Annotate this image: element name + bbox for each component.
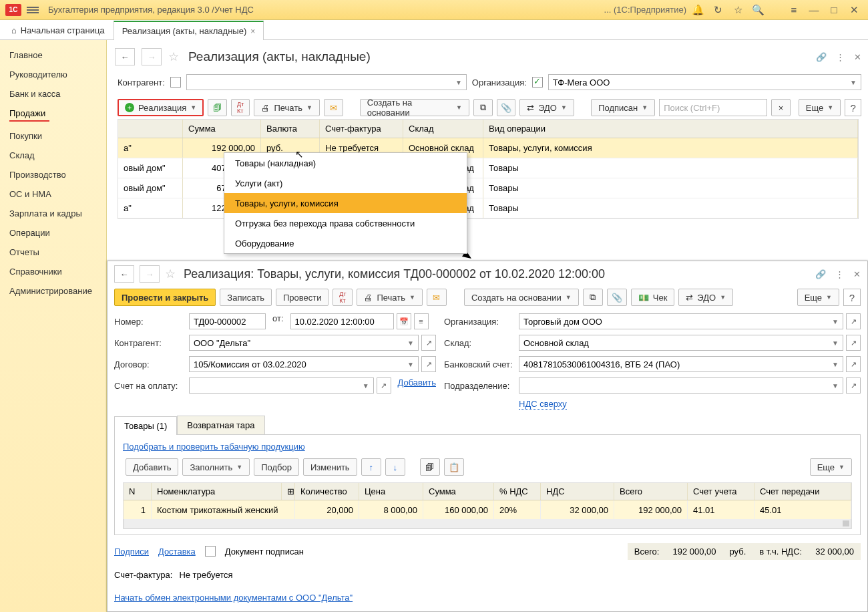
row-paste-button[interactable]: 📋 bbox=[444, 458, 464, 476]
dd-shipment[interactable]: Отгрузка без перехода права собственност… bbox=[224, 213, 467, 233]
help-button[interactable]: ? bbox=[845, 99, 861, 116]
filter-counterparty-combo[interactable]: ▼ bbox=[186, 74, 467, 90]
row-pick-button[interactable]: Подбор bbox=[254, 458, 299, 476]
nav-bank[interactable]: Банк и касса bbox=[0, 84, 106, 104]
dd-goods-invoice[interactable]: Товары (накладная) bbox=[224, 153, 467, 173]
doc-help-button[interactable]: ? bbox=[843, 289, 861, 306]
tab-home[interactable]: ⌂ Начальная страница bbox=[3, 20, 114, 39]
close-icon[interactable]: ✕ bbox=[845, 1, 863, 19]
post-close-button[interactable]: Провести и закрыть bbox=[114, 289, 216, 306]
row-add-button[interactable]: Добавить bbox=[126, 458, 178, 476]
bell-icon[interactable]: 🔔 bbox=[689, 1, 706, 19]
structure-button[interactable]: ⧉ bbox=[473, 99, 493, 116]
number-input[interactable]: ТД00-000002 bbox=[189, 313, 266, 329]
cp-input[interactable]: ООО "Дельта"▼ bbox=[189, 335, 419, 351]
doc-close-icon[interactable]: ✕ bbox=[853, 269, 861, 279]
col-sf[interactable]: Счет-фактура bbox=[320, 120, 403, 138]
favorite-icon[interactable]: ☆ bbox=[168, 49, 182, 64]
forward-button[interactable]: → bbox=[142, 48, 162, 65]
invoice-open-button[interactable]: ↗ bbox=[377, 377, 391, 394]
nav-catalogs[interactable]: Справочники bbox=[0, 262, 106, 281]
gcol-qty[interactable]: Количество bbox=[295, 483, 359, 500]
nav-operations[interactable]: Операции bbox=[0, 223, 106, 243]
row-edit-button[interactable]: Изменить bbox=[303, 458, 357, 476]
invoice-input[interactable]: ▼ bbox=[189, 377, 374, 394]
save-button[interactable]: Записать bbox=[220, 289, 272, 306]
search-icon[interactable]: 🔍 bbox=[749, 1, 767, 19]
bank-open-button[interactable]: ↗ bbox=[846, 356, 861, 372]
page-close-icon[interactable]: ✕ bbox=[854, 52, 861, 62]
nav-manager[interactable]: Руководителю bbox=[0, 65, 106, 84]
post-button[interactable]: Провести bbox=[276, 289, 329, 306]
doc-dtkt-button[interactable]: ДтКт bbox=[333, 289, 353, 306]
signed-filter-button[interactable]: Подписан▼ bbox=[591, 99, 655, 116]
row-fill-button[interactable]: Заполнить▼ bbox=[182, 458, 250, 476]
settings-icon[interactable]: ≡ bbox=[785, 1, 803, 19]
nav-production[interactable]: Производство bbox=[0, 165, 106, 184]
email-button[interactable]: ✉ bbox=[324, 99, 343, 116]
date-input[interactable]: 10.02.2020 12:00:00 bbox=[290, 313, 394, 329]
nav-main[interactable]: Главное bbox=[0, 45, 106, 65]
signed-check[interactable] bbox=[205, 546, 216, 557]
col-sum[interactable]: Сумма bbox=[183, 120, 261, 138]
doc-createbased-button[interactable]: Создать на основании▼ bbox=[464, 289, 579, 306]
maximize-icon[interactable]: □ bbox=[825, 1, 843, 19]
gcol-n[interactable]: N bbox=[124, 483, 152, 500]
edo-button[interactable]: ⇄ЭДО▼ bbox=[519, 99, 574, 116]
signatures-link[interactable]: Подписи bbox=[114, 547, 149, 557]
date-extra-button[interactable]: ≡ bbox=[414, 313, 429, 329]
doc-attach-button[interactable]: 📎 bbox=[607, 289, 627, 306]
cp-open-button[interactable]: ↗ bbox=[421, 335, 436, 351]
gcol-price[interactable]: Цена bbox=[359, 483, 423, 500]
attach-button[interactable]: 📎 bbox=[497, 99, 516, 116]
gcol-vatp[interactable]: % НДС bbox=[494, 483, 541, 500]
add-invoice-link[interactable]: Добавить bbox=[398, 377, 436, 394]
doc-structure-button[interactable]: ⧉ bbox=[583, 289, 603, 306]
doc-email-button[interactable]: ✉ bbox=[427, 289, 447, 306]
doc-link-icon[interactable]: 🔗 bbox=[815, 269, 826, 279]
col-wh[interactable]: Склад bbox=[403, 120, 483, 138]
tobacco-link[interactable]: Подобрать и проверить табачную продукцию bbox=[123, 442, 305, 452]
dept-open-button[interactable]: ↗ bbox=[846, 377, 861, 394]
doc-forward-button[interactable]: → bbox=[140, 265, 160, 283]
nav-sales[interactable]: Продажи bbox=[0, 104, 106, 126]
menu-icon[interactable] bbox=[27, 5, 39, 15]
row-copy-button[interactable]: 🗐 bbox=[420, 458, 440, 476]
delivery-link[interactable]: Доставка bbox=[158, 547, 196, 557]
minimize-icon[interactable]: — bbox=[805, 1, 823, 19]
subtab-tare[interactable]: Возвратная тара bbox=[177, 416, 264, 434]
dtkt-button[interactable]: ДтКт bbox=[231, 99, 250, 116]
history-icon[interactable]: ↻ bbox=[709, 1, 726, 19]
nav-fixedassets[interactable]: ОС и НМА bbox=[0, 184, 106, 204]
tab-close-icon[interactable]: × bbox=[250, 27, 255, 36]
gcol-acc2[interactable]: Счет передачи bbox=[754, 483, 851, 500]
wh-open-button[interactable]: ↗ bbox=[846, 335, 861, 351]
subtab-goods[interactable]: Товары (1) bbox=[114, 416, 177, 435]
filter-org-check[interactable] bbox=[532, 77, 543, 88]
nav-admin[interactable]: Администрирование bbox=[0, 281, 106, 301]
gcol-sum[interactable]: Сумма bbox=[423, 483, 494, 500]
kebab-icon[interactable]: ⋮ bbox=[836, 52, 845, 62]
search-input[interactable]: Поиск (Ctrl+F) bbox=[659, 99, 767, 116]
nav-reports[interactable]: Отчеты bbox=[0, 243, 106, 262]
doc-more-button[interactable]: Еще▼ bbox=[797, 289, 839, 306]
filter-counterparty-check[interactable] bbox=[170, 77, 181, 88]
star-icon[interactable]: ☆ bbox=[729, 1, 746, 19]
contract-open-button[interactable]: ↗ bbox=[421, 356, 436, 372]
col-cur[interactable]: Валюта bbox=[261, 120, 320, 138]
link-icon[interactable]: 🔗 bbox=[816, 52, 827, 62]
dd-goods-services-commission[interactable]: Товары, услуги, комиссия bbox=[224, 193, 467, 213]
dd-equipment[interactable]: Оборудование bbox=[224, 233, 467, 253]
create-realization-button[interactable]: + Реализация ▼ bbox=[118, 99, 204, 116]
wh-input[interactable]: Основной склад▼ bbox=[519, 335, 843, 351]
doc-edo-button[interactable]: ⇄ЭДО▼ bbox=[678, 289, 733, 306]
edo-start-link[interactable]: Начать обмен электронными документами с … bbox=[114, 593, 353, 603]
gcol-acc[interactable]: Счет учета bbox=[688, 483, 754, 500]
filter-org-combo[interactable]: ТФ-Мега ООО▼ bbox=[548, 74, 861, 90]
cheque-button[interactable]: 💵Чек bbox=[631, 289, 675, 306]
contract-input[interactable]: 105/Комиссия от 03.02.2020▼ bbox=[189, 356, 419, 372]
doc-favorite-icon[interactable]: ☆ bbox=[165, 267, 178, 281]
dept-input[interactable]: ▼ bbox=[519, 377, 843, 394]
clear-search-button[interactable]: × bbox=[771, 99, 791, 116]
copy-button[interactable]: 🗐 bbox=[208, 99, 227, 116]
